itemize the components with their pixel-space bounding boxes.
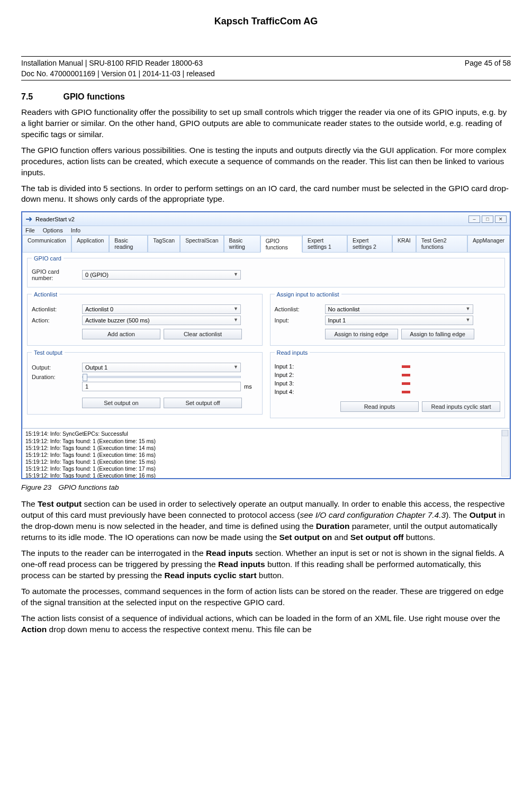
gpio-card-combo[interactable]: 0 (GPIO) ▼: [82, 270, 241, 280]
input3-label: Input 3:: [275, 380, 312, 386]
log-line: 15:19:12: Info: Tags found: 1 (Execution…: [25, 459, 507, 465]
panel-area: GPIO card GPIO card number: 0 (GPIO) ▼ A…: [22, 253, 510, 428]
menu-info[interactable]: Info: [71, 227, 80, 233]
add-action-button[interactable]: Add action: [82, 329, 160, 339]
set-output-off-button[interactable]: Set output off: [164, 398, 242, 408]
read-inputs-cyclic-button[interactable]: Read inputs cyclic start: [422, 401, 500, 412]
action-combo[interactable]: Activate buzzer (500 ms) ▼: [82, 316, 241, 325]
window-controls: – □ ✕: [468, 215, 507, 223]
action-label: Action:: [32, 317, 82, 323]
close-button[interactable]: ✕: [495, 215, 507, 223]
app-window: ➜ ReaderStart v2 – □ ✕ File Options Info…: [21, 211, 511, 479]
input2-label: Input 2:: [275, 372, 312, 378]
input3-led: [402, 382, 410, 385]
section-title: GPIO functions: [63, 92, 124, 101]
input1-label: Input 1:: [275, 363, 312, 370]
doc-info-row-2: Doc No. 47000001169 | Version 01 | 2014-…: [21, 68, 511, 79]
tab-communication[interactable]: Communication: [22, 235, 71, 252]
assign-actionlist-value: No actionlist: [328, 306, 360, 312]
chevron-down-icon: ▼: [466, 317, 471, 322]
company-header: Kapsch TrafficCom AG: [21, 16, 511, 27]
menu-options[interactable]: Options: [43, 227, 63, 233]
gpio-card-group: GPIO card GPIO card number: 0 (GPIO) ▼: [27, 258, 505, 287]
log-line: 15:19:12: Info: Tags found: 1 (Execution…: [25, 445, 507, 452]
log-line: 15:19:14: Info: SyncGetEPCs: Successful: [25, 430, 507, 437]
log-line: 15:19:12: Info: Tags found: 1 (Execution…: [25, 465, 507, 472]
doc-meta: Doc No. 47000001169 | Version 01 | 2014-…: [21, 69, 215, 78]
gpio-card-legend: GPIO card: [32, 255, 64, 262]
tab-basic-writing[interactable]: Basic writing: [224, 235, 260, 252]
assign-input-combo[interactable]: Input 1 ▼: [325, 316, 473, 325]
assign-falling-edge-button[interactable]: Assign to falling edge: [401, 329, 474, 339]
tab-basic-reading[interactable]: Basic reading: [109, 235, 148, 252]
italic-text: see I/O card configuration Chapter 7.4.3: [300, 510, 446, 519]
read-inputs-group: Read inputs Input 1: Input 2: Input 3: I…: [270, 352, 506, 418]
output-label: Output:: [32, 364, 82, 371]
tab-tagscan[interactable]: TagScan: [148, 235, 180, 252]
chevron-down-icon: ▼: [233, 306, 238, 311]
chevron-down-icon: ▼: [233, 317, 238, 322]
text: The: [21, 499, 38, 508]
log-line: 15:19:12: Info: Tags found: 1 (Execution…: [25, 438, 507, 445]
tab-gpio-functions[interactable]: GPIO functions: [260, 236, 302, 253]
assign-input-label: Input:: [275, 317, 325, 323]
page-number: Page 45 of 58: [465, 59, 511, 67]
assign-list-label: Actionlist:: [275, 306, 325, 312]
doc-title: Installation Manual | SRU-8100 RFID Read…: [21, 59, 203, 67]
tab-application[interactable]: Application: [71, 235, 109, 252]
actionlist-list-label: Actionlist:: [32, 306, 82, 312]
read-inputs-button[interactable]: Read inputs: [340, 401, 419, 412]
tab-test-gen2[interactable]: Test Gen2 functions: [416, 235, 467, 252]
doc-info-row-1: Installation Manual | SRU-8100 RFID Read…: [21, 58, 511, 68]
minimize-button[interactable]: –: [468, 215, 480, 223]
tab-expert-settings-2[interactable]: Expert settings 2: [347, 235, 392, 252]
chevron-down-icon: ▼: [233, 272, 238, 277]
log-scrollbar[interactable]: [501, 430, 509, 477]
actionlist-group: Actionlist Actionlist: Actionlist 0 ▼ Ac…: [27, 294, 263, 346]
bold-text: Duration: [316, 522, 350, 531]
assign-rising-edge-button[interactable]: Assign to rising edge: [325, 329, 398, 339]
text: The inputs to the reader can be interrog…: [21, 549, 206, 558]
actionlist-legend: Actionlist: [32, 291, 59, 298]
tab-krai[interactable]: KRAI: [392, 235, 416, 252]
text: ). The: [446, 510, 470, 519]
set-output-on-button[interactable]: Set output on: [82, 398, 160, 408]
input2-led: [402, 374, 410, 376]
gpio-card-label: GPIO card number:: [32, 268, 82, 281]
assign-input-group: Assign input to actionlist Actionlist: N…: [270, 294, 506, 346]
slider-thumb[interactable]: [83, 374, 87, 381]
menu-file[interactable]: File: [25, 227, 35, 233]
tab-appmanager[interactable]: AppManager: [467, 235, 510, 252]
text: The action lists consist of a sequence o…: [21, 614, 500, 623]
output-combo[interactable]: Output 1 ▼: [82, 363, 241, 372]
window-titlebar[interactable]: ➜ ReaderStart v2 – □ ✕: [22, 212, 510, 226]
paragraph: Readers with GPIO functionality offer th…: [21, 107, 511, 140]
read-inputs-legend: Read inputs: [275, 349, 310, 356]
maximize-button[interactable]: □: [482, 215, 493, 223]
text: and: [332, 533, 350, 542]
input4-label: Input 4:: [275, 389, 312, 395]
duration-input[interactable]: 1: [82, 382, 241, 391]
window-title: ReaderStart v2: [35, 216, 75, 222]
duration-label: Duration:: [32, 374, 82, 380]
assign-legend: Assign input to actionlist: [275, 291, 341, 298]
text: buttons.: [403, 533, 435, 542]
clear-actionlist-button[interactable]: Clear actionlist: [164, 329, 242, 339]
assign-actionlist-combo[interactable]: No actionlist ▼: [325, 304, 473, 314]
paragraph: The tab is divided into 5 sections. In o…: [21, 183, 511, 205]
figure-caption: Figure 23 GPIO functions tab: [21, 483, 511, 491]
section-number: 7.5: [21, 92, 61, 102]
tab-expert-settings-1[interactable]: Expert settings 1: [302, 235, 347, 252]
tab-spectralscan[interactable]: SpectralScan: [180, 235, 223, 252]
tabbar: Communication Application Basic reading …: [22, 235, 510, 253]
actionlist-combo[interactable]: Actionlist 0 ▼: [82, 304, 241, 314]
duration-value: 1: [85, 383, 88, 390]
log-scroll-thumb[interactable]: [502, 430, 508, 436]
divider: [21, 80, 511, 80]
back-arrow-icon[interactable]: ➜: [25, 214, 32, 224]
duration-slider[interactable]: [82, 376, 241, 378]
paragraph: The inputs to the reader can be interrog…: [21, 548, 511, 581]
bold-text: Read inputs cyclic start: [165, 571, 257, 580]
chevron-down-icon: ▼: [233, 364, 238, 370]
bold-text: Action: [21, 625, 47, 634]
